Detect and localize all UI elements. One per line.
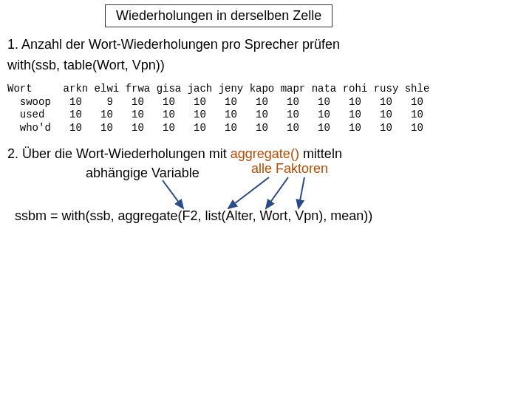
- label-dependent-variable: abhängige Variable: [86, 166, 200, 181]
- step2-aggregate: aggregate(): [231, 146, 299, 161]
- code1-text: with(ssb, table(Wort, Vpn)): [7, 58, 165, 73]
- step2-line: 2. Über die Wort-Wiederholungen mit aggr…: [7, 146, 342, 162]
- output-table-block: Wort arkn elwi frwa gisa jach jeny kapo …: [7, 83, 429, 134]
- svg-line-1: [228, 177, 269, 208]
- label-all-factors: alle Faktoren: [251, 161, 328, 177]
- title-box: Wiederholungen in derselben Zelle: [105, 4, 332, 27]
- step1-text: 1. Anzahl der Wort-Wiederholungen pro Sp…: [7, 37, 340, 52]
- step2-part-c: mitteln: [299, 146, 342, 161]
- title-text: Wiederholungen in derselben Zelle: [116, 8, 321, 23]
- svg-line-0: [163, 180, 183, 208]
- svg-line-3: [299, 177, 304, 208]
- step2-part-a: 2. Über die Wort-Wiederholungen mit: [7, 146, 231, 161]
- svg-line-2: [266, 177, 288, 208]
- code2-text: ssbm = with(ssb, aggregate(F2, list(Alte…: [15, 208, 372, 224]
